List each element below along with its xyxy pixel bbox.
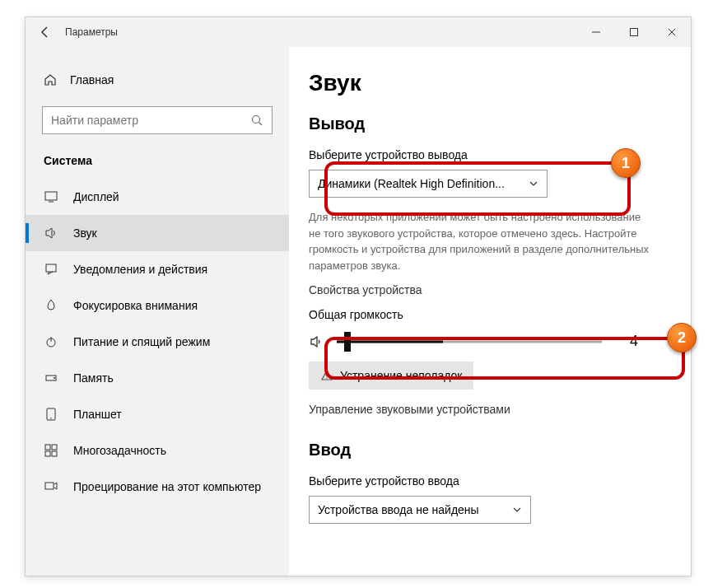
- focus-icon: [44, 298, 58, 313]
- nav-label: Планшет: [73, 408, 122, 421]
- power-icon: [44, 334, 58, 349]
- output-device-value: Динамики (Realtek High Definition...: [318, 177, 505, 190]
- nav-label: Фокусировка внимания: [73, 299, 198, 312]
- svg-rect-11: [45, 451, 50, 456]
- nav-item-display[interactable]: Дисплей: [26, 179, 289, 215]
- home-icon: [44, 73, 57, 86]
- svg-rect-2: [45, 192, 57, 200]
- maximize-button[interactable]: [615, 17, 653, 47]
- svg-rect-13: [45, 483, 54, 489]
- nav-list: Дисплей Звук Уведомления и действия Фоку…: [26, 179, 289, 505]
- svg-rect-0: [631, 29, 638, 36]
- volume-slider[interactable]: [337, 334, 602, 350]
- troubleshoot-label: Устранение неполадок: [340, 369, 462, 382]
- svg-point-1: [253, 116, 260, 124]
- output-heading: Вывод: [309, 114, 661, 133]
- main-content: Звук Вывод Выберите устройство вывода Ди…: [289, 47, 691, 576]
- volume-row: 4: [309, 333, 638, 350]
- svg-rect-3: [46, 264, 56, 272]
- nav-label: Звук: [73, 226, 97, 240]
- svg-rect-10: [52, 445, 57, 450]
- window-title: Параметры: [65, 26, 577, 38]
- nav-item-sound[interactable]: Звук: [26, 215, 289, 251]
- nav-label: Дисплей: [73, 190, 119, 203]
- master-volume-label: Общая громкость: [309, 308, 661, 321]
- notif-icon: [44, 262, 58, 277]
- search-input[interactable]: [51, 114, 250, 127]
- back-button[interactable]: [26, 26, 65, 39]
- home-button[interactable]: Главная: [26, 63, 289, 96]
- nav-label: Питание и спящий режим: [73, 335, 210, 348]
- nav-label: Память: [73, 371, 114, 385]
- nav-item-multitask[interactable]: Многозадачность: [26, 432, 289, 469]
- storage-icon: [44, 371, 58, 385]
- nav-item-focus[interactable]: Фокусировка внимания: [26, 287, 289, 324]
- svg-point-8: [50, 418, 52, 419]
- svg-point-6: [54, 377, 55, 379]
- tablet-icon: [44, 407, 58, 422]
- settings-window: Параметры Главная Система: [25, 16, 692, 576]
- chevron-down-icon: [512, 505, 522, 515]
- output-device-dropdown[interactable]: Динамики (Realtek High Definition...: [309, 170, 548, 198]
- device-properties-link[interactable]: Свойства устройства: [309, 283, 661, 296]
- display-icon: [44, 189, 58, 204]
- nav-item-power[interactable]: Питание и спящий режим: [26, 324, 289, 360]
- input-device-dropdown[interactable]: Устройства ввода не найдены: [309, 496, 531, 524]
- input-device-label: Выберите устройство ввода: [309, 474, 661, 488]
- chevron-down-icon: [529, 179, 538, 189]
- sound-icon: [44, 226, 58, 240]
- output-description: Для некоторых приложений может быть наст…: [309, 209, 655, 273]
- category-title: Система: [26, 149, 289, 179]
- svg-point-14: [326, 377, 327, 378]
- close-button[interactable]: [653, 17, 691, 47]
- troubleshoot-button[interactable]: Устранение неполадок: [309, 362, 473, 390]
- manage-devices-link[interactable]: Управление звуковыми устройствами: [309, 403, 661, 416]
- project-icon: [44, 479, 58, 494]
- output-device-label: Выберите устройство вывода: [309, 148, 661, 161]
- multitask-icon: [44, 443, 58, 458]
- minimize-button[interactable]: [577, 17, 615, 47]
- svg-rect-12: [52, 451, 57, 456]
- svg-rect-9: [45, 445, 50, 450]
- home-label: Главная: [70, 73, 114, 86]
- nav-item-storage[interactable]: Память: [26, 360, 289, 396]
- warning-icon: [320, 369, 333, 382]
- input-heading: Ввод: [309, 441, 661, 460]
- input-device-value: Устройства ввода не найдены: [318, 503, 479, 516]
- page-title: Звук: [309, 70, 661, 96]
- volume-value: 4: [613, 333, 638, 350]
- search-box[interactable]: [42, 106, 273, 134]
- nav-label: Многозадачность: [73, 444, 166, 457]
- nav-label: Проецирование на этот компьютер: [73, 480, 261, 493]
- titlebar: Параметры: [26, 17, 691, 47]
- speaker-icon[interactable]: [309, 334, 325, 350]
- nav-item-notifications[interactable]: Уведомления и действия: [26, 251, 289, 287]
- sidebar: Главная Система Дисплей Звук: [26, 47, 289, 576]
- nav-label: Уведомления и действия: [73, 263, 207, 276]
- nav-item-tablet[interactable]: Планшет: [26, 396, 289, 432]
- search-icon: [250, 114, 263, 127]
- nav-item-project[interactable]: Проецирование на этот компьютер: [26, 469, 289, 505]
